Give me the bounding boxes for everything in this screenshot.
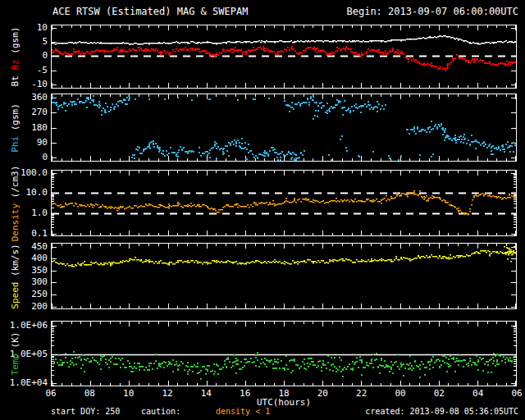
bt-bz-axis-label: Bt Bz (gsm) [10,27,21,87]
ace-rtsw-plot-screenshot: ACE RTSW (Estimated) MAG & SWEPAM Begin:… [0,0,525,420]
panel-bt-bz [51,25,517,89]
xtick-04-11: 04 [472,388,483,399]
xtick-02-10: 02 [434,388,445,399]
temp-trace-canvas [52,322,516,386]
bt-bz-ytick-10: 10 [0,23,48,33]
phi-ytick-360: 360 [0,93,48,103]
temp-ytick-1.0E+04: 1.0E+04 [0,378,48,388]
xtick-22-8: 22 [356,388,367,399]
xtick-12-3: 12 [162,388,172,399]
density-ytick-10.0: 10.0 [0,188,48,198]
xtick-14-4: 14 [201,388,212,399]
temp-axis-label-part: (K) [10,332,21,354]
speed-ytick-450: 450 [0,242,48,252]
panel-speed [51,243,517,309]
xtick-10-2: 10 [123,388,134,399]
temp-axis-label: Temp (K) [10,332,21,376]
bt-bz-axis-label-part: (gsm) [10,27,21,60]
footer-bar: start DOY: 250 caution: density < 1 crea… [0,407,525,418]
title-bar: ACE RTSW (Estimated) MAG & SWEPAM Begin:… [0,6,525,19]
xtick-08-1: 08 [84,388,95,399]
density-ytick-1.0: 1.0 [0,208,48,218]
phi-axis-label-part: Phi [10,135,21,152]
density-axis-label-part: Density [10,203,21,241]
bt-bz-ytick--10: -10 [0,80,48,89]
speed-ytick-400: 400 [0,253,48,263]
bt-bz-ytick-5: 5 [0,37,48,47]
created-timestamp: created: 2013-09-08 05:36:05UTC [365,407,518,416]
xtick-20-7: 20 [317,388,328,399]
speed-ytick-250: 250 [0,290,48,299]
xtick-06-0: 06 [45,388,56,399]
xtick-06-12: 06 [511,388,522,399]
density-axis-label: Density (/cm3) [10,165,21,241]
phi-axis-label-part: (gsm) [10,103,21,136]
caution-density-value: density < 1 [216,407,270,416]
speed-axis-label: Speed (km/s) [10,244,21,308]
temp-axis-label-part: Temp [10,354,21,376]
bt-bz-ytick--5: -5 [0,66,48,75]
temp-ytick-1.0E+06: 1.0E+06 [0,321,48,331]
density-ytick-100.0: 100.0 [0,168,48,178]
phi-axis-label: Phi (gsm) [10,103,21,153]
density-trace-canvas [52,171,516,235]
xtick-00-9: 00 [395,388,405,399]
caution-label: caution: [141,407,180,416]
speed-axis-label-part: (km/s) [10,244,21,281]
bt-bz-axis-label-part: Bt [10,71,21,87]
panel-phi [51,94,517,162]
phi-ytick-90: 90 [0,138,48,148]
panel-temp [51,321,517,386]
phi-ytick-270: 270 [0,107,48,117]
speed-ytick-200: 200 [0,302,48,312]
panel-density [51,170,517,236]
bt-bz-axis-label-part: Bz [10,59,21,70]
speed-ytick-300: 300 [0,277,48,287]
xtick-16-5: 16 [240,388,250,399]
phi-ytick-180: 180 [0,123,48,133]
begin-timestamp: Begin: 2013-09-07 06:00:00UTC [346,6,518,17]
temp-ytick-1.0E+05: 1.0E+05 [0,349,48,359]
density-axis-label-part: (/cm3) [10,165,21,203]
phi-ytick-0: 0 [0,153,48,162]
plot-title: ACE RTSW (Estimated) MAG & SWEPAM [52,6,248,17]
bt-bz-ytick-0: 0 [0,51,48,61]
bt-bz-trace-canvas [52,25,516,88]
speed-axis-label-part: Speed [10,281,21,308]
speed-ytick-350: 350 [0,266,48,276]
density-ytick-0.1: 0.1 [0,229,48,239]
speed-trace-canvas [52,244,516,308]
start-doy-label: start DOY: 250 [51,407,120,416]
phi-trace-canvas [52,94,516,161]
